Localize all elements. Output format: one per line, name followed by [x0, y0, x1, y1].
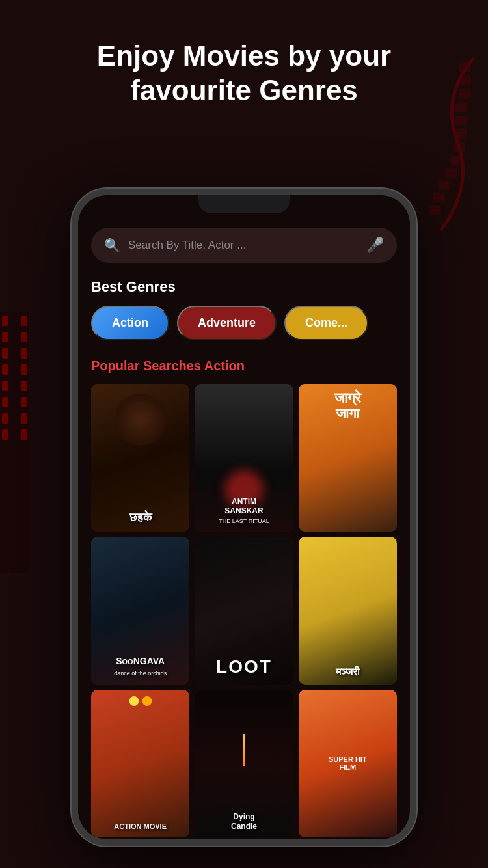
svg-rect-24	[21, 364, 27, 375]
microphone-icon[interactable]: 🎤	[366, 237, 384, 254]
genres-section: Best Genres Action Adventure Come...	[91, 278, 397, 340]
svg-rect-23	[21, 348, 27, 359]
header-section: Enjoy Movies by your favourite Genres	[0, 39, 488, 108]
genre-comedy-button[interactable]: Come...	[284, 306, 368, 340]
movie-card[interactable]: DyingCandle	[195, 690, 293, 837]
svg-rect-25	[21, 381, 27, 391]
movie-card[interactable]: ANTIMSANSKARTHE LAST RITUAL	[195, 384, 293, 532]
svg-rect-9	[439, 182, 449, 189]
screen-content: 🔍 Search By Title, Actor ... 🎤 Best Genr…	[78, 195, 410, 839]
svg-rect-7	[452, 157, 461, 165]
svg-rect-27	[21, 413, 27, 424]
movie-card[interactable]: SUPER HITFILM	[299, 690, 397, 837]
search-bar[interactable]: 🔍 Search By Title, Actor ... 🎤	[91, 228, 397, 263]
svg-rect-26	[21, 397, 27, 407]
search-placeholder: Search By Title, Actor ...	[128, 239, 366, 252]
movie-card[interactable]: LOOT	[195, 537, 293, 685]
svg-rect-19	[2, 413, 8, 424]
genres-section-title: Best Genres	[91, 278, 397, 295]
movie-card[interactable]: छहके	[91, 384, 189, 532]
movie-card[interactable]: SOONGAVAdance of the orchids	[91, 537, 189, 685]
movie-card[interactable]: ACTION MOVIE	[91, 690, 189, 837]
svg-rect-10	[434, 194, 444, 202]
svg-rect-16	[2, 364, 8, 375]
svg-rect-11	[429, 206, 439, 214]
phone-screen: 🔍 Search By Title, Actor ... 🎤 Best Genr…	[78, 195, 410, 839]
page-title: Enjoy Movies by your favourite Genres	[39, 39, 449, 108]
svg-rect-15	[2, 348, 8, 359]
movies-grid: छहके ANTIMSANSKARTHE LAST RITUAL जाग्	[91, 384, 397, 837]
svg-rect-6	[455, 144, 465, 152]
svg-rect-22	[21, 332, 27, 342]
svg-rect-28	[21, 429, 27, 440]
svg-rect-20	[2, 429, 8, 440]
genre-adventure-button[interactable]: Adventure	[177, 306, 277, 340]
svg-rect-18	[2, 397, 8, 407]
svg-rect-17	[2, 381, 8, 391]
movie-card[interactable]: मञ्जरी	[299, 537, 397, 685]
svg-rect-4	[456, 116, 466, 124]
phone-mockup: 🔍 Search By Title, Actor ... 🎤 Best Genr…	[72, 189, 416, 846]
svg-rect-21	[21, 316, 27, 326]
genre-action-button[interactable]: Action	[91, 306, 169, 340]
svg-rect-5	[456, 130, 466, 138]
phone-notch	[198, 195, 290, 213]
search-icon: 🔍	[104, 237, 120, 253]
svg-rect-8	[446, 169, 456, 177]
svg-rect-13	[2, 316, 8, 326]
popular-section-title: Popular Searches Action	[91, 359, 397, 373]
genres-row: Action Adventure Come...	[91, 306, 397, 340]
svg-rect-14	[2, 332, 8, 342]
movie-card[interactable]: जाग्रेजागा	[299, 384, 397, 532]
popular-section: Popular Searches Action छहके	[91, 359, 397, 837]
